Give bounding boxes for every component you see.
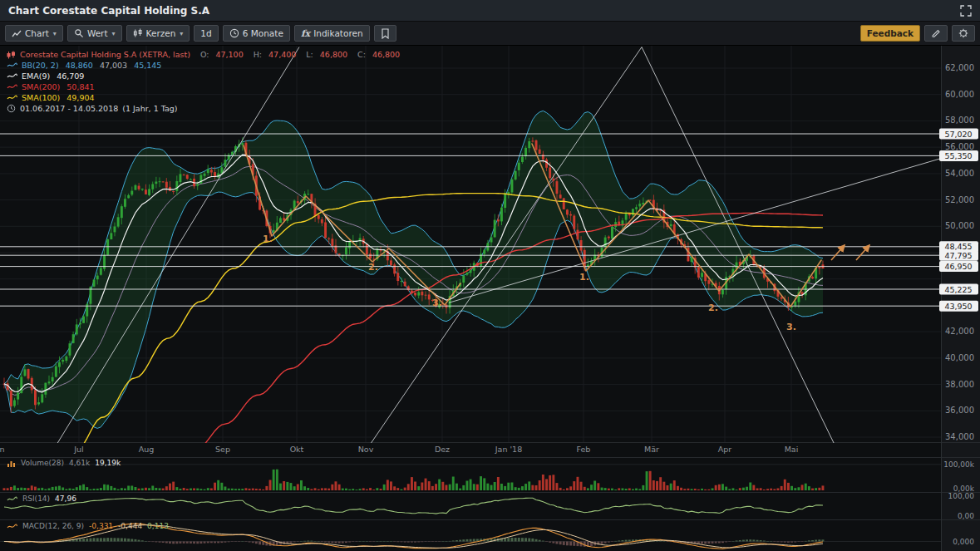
volume-value-1: 4,61k [69, 459, 90, 467]
svg-text:0,000: 0,000 [953, 538, 974, 546]
macd-hist-value: 0,113 [147, 522, 169, 530]
svg-text:1.: 1. [579, 272, 589, 283]
macd-signal-value: -0,444 [118, 522, 142, 530]
close-value: 46,800 [372, 50, 400, 59]
legend-instrument[interactable]: Corestate Capital Holding S.A (XETRA, la… [7, 50, 400, 59]
drawing-tools-button[interactable] [924, 25, 948, 42]
volume-legend[interactable]: Volume(28) 4,61k 19,19k [7, 459, 121, 467]
macd-icon [7, 523, 17, 530]
rsi-legend[interactable]: RSI(14) 47,96 [7, 494, 76, 503]
sma200-icon [7, 83, 17, 91]
svg-text:Apr: Apr [718, 445, 732, 454]
svg-text:57,020: 57,020 [944, 130, 972, 139]
chevron-down-icon: ▾ [53, 30, 57, 37]
indicators-label: Indikatoren [313, 28, 362, 38]
bollinger-upper-value: 48,860 [66, 61, 93, 70]
svg-text:Aug: Aug [139, 445, 155, 454]
svg-text:50,000: 50,000 [945, 221, 974, 230]
svg-text:Sep: Sep [215, 445, 230, 454]
ema-icon [7, 72, 17, 80]
expand-icon[interactable] [960, 5, 972, 17]
legend-period[interactable]: 01.06.2017 - 14.05.2018 (1 Jahr, 1 Tag) [7, 104, 400, 113]
time-range-button[interactable]: 6 Monate [223, 25, 290, 42]
svg-text:38,000: 38,000 [945, 380, 974, 389]
brush-icon [931, 28, 941, 38]
close-key: C: [357, 50, 366, 59]
legend-sma200[interactable]: SMA(200) 50,841 [7, 82, 400, 91]
bollinger-mid-value: 47,003 [100, 61, 127, 70]
svg-text:54,000: 54,000 [945, 169, 974, 178]
svg-text:40,000: 40,000 [945, 353, 974, 362]
legend-sma100[interactable]: SMA(100) 49,904 [7, 93, 400, 102]
bollinger-icon [7, 61, 17, 69]
svg-text:43,950: 43,950 [944, 302, 972, 311]
open-value: 47,100 [215, 50, 243, 59]
svg-text:3.: 3. [432, 298, 442, 308]
svg-text:47,795: 47,795 [944, 251, 972, 260]
indicators-button[interactable]: fx Indikatoren [294, 25, 370, 42]
svg-text:34,000: 34,000 [945, 432, 974, 441]
clock-icon [7, 104, 16, 113]
settings-button[interactable] [952, 25, 975, 42]
chart-app: Chart Corestate Capital Holding S.A Char… [0, 0, 980, 551]
svg-text:0,00: 0,00 [958, 512, 974, 520]
clock-icon [229, 28, 239, 38]
svg-text:Nov: Nov [358, 445, 374, 454]
line-chart-icon [12, 29, 22, 38]
toolbar: Chart ▾ Wert ▾ Kerzen ▾ 1d 6 Monate fx I… [0, 22, 980, 46]
svg-text:62,000: 62,000 [945, 63, 974, 72]
titlebar: Chart Corestate Capital Holding S.A [0, 0, 980, 22]
svg-text:Jun: Jun [0, 445, 4, 454]
rsi-icon [7, 495, 17, 503]
bollinger-lower-value: 45,145 [134, 61, 161, 70]
ema-value: 46,709 [57, 71, 84, 81]
instrument-search-label: Wert [87, 28, 108, 38]
svg-text:100,00: 100,00 [948, 492, 975, 500]
chart-area[interactable]: 62,00060,00058,00056,00054,00052,00050,0… [0, 46, 980, 551]
macd-value: -0,331 [89, 522, 113, 530]
sma100-icon [7, 94, 17, 101]
sma100-label: SMA(100) [22, 93, 60, 102]
macd-legend[interactable]: MACD(12, 26, 9) -0,331 -0,444 0,113 [7, 522, 169, 530]
fx-icon: fx [301, 28, 310, 39]
svg-text:42,000: 42,000 [945, 327, 974, 336]
chart-legend: Corestate Capital Holding S.A (XETRA, la… [7, 50, 400, 113]
svg-text:2.: 2. [708, 303, 718, 313]
bookmark-button[interactable] [374, 25, 396, 42]
svg-text:2.: 2. [368, 262, 378, 273]
svg-text:Jan '18: Jan '18 [495, 445, 522, 454]
period-range: 01.06.2017 - 14.05.2018 [20, 104, 118, 113]
bollinger-label: BB(20, 2) [22, 61, 59, 70]
interval-button[interactable]: 1d [194, 25, 218, 42]
svg-text:Dez: Dez [435, 445, 450, 454]
instrument-search-button[interactable]: Wert ▾ [67, 25, 122, 42]
high-value: 47,400 [268, 50, 296, 59]
svg-text:Mär: Mär [644, 445, 659, 454]
rsi-value: 47,96 [55, 494, 76, 503]
svg-text:56,000: 56,000 [945, 142, 974, 151]
legend-bollinger[interactable]: BB(20, 2) 48,860 47,003 45,145 [7, 61, 400, 70]
feedback-button[interactable]: Feedback [860, 25, 920, 42]
candlestick-series-icon [7, 51, 16, 59]
svg-text:58,000: 58,000 [945, 116, 974, 125]
sma200-value: 50,841 [66, 82, 94, 91]
legend-ema[interactable]: EMA(9) 46,709 [7, 71, 400, 81]
gear-icon [958, 28, 968, 38]
svg-text:Okt: Okt [290, 445, 304, 454]
candlestick-icon [133, 28, 143, 38]
period-detail: (1 Jahr, 1 Tag) [122, 104, 177, 113]
svg-text:1.: 1. [263, 234, 273, 244]
ema-label: EMA(9) [22, 71, 50, 81]
interval-label: 1d [200, 28, 211, 38]
volume-icon [7, 460, 16, 467]
chart-type-button[interactable]: Chart ▾ [5, 25, 63, 42]
open-key: O: [200, 50, 209, 59]
svg-text:Jul: Jul [73, 445, 83, 454]
price-chart-canvas[interactable]: 62,00060,00058,00056,00054,00052,00050,0… [0, 46, 980, 551]
chart-style-button[interactable]: Kerzen ▾ [126, 25, 190, 42]
svg-text:60,000: 60,000 [945, 90, 974, 99]
sma100-value: 49,904 [66, 93, 94, 102]
chart-type-label: Chart [25, 28, 49, 38]
svg-text:3.: 3. [786, 322, 796, 332]
sma200-label: SMA(200) [22, 82, 60, 91]
